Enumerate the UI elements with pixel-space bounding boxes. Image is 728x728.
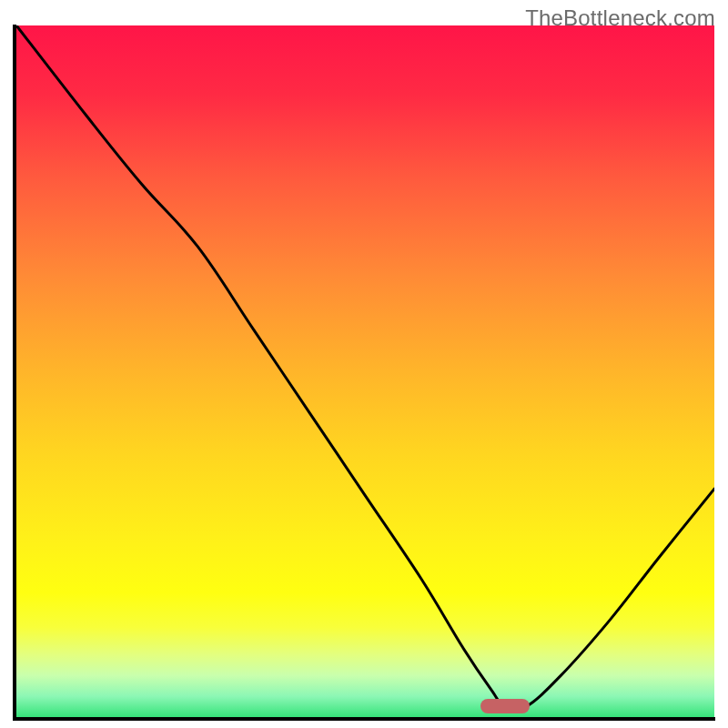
chart-container: TheBottleneck.com [0,0,728,728]
bottleneck-chart [16,25,714,717]
x-axis [13,717,715,721]
performance-curve [16,25,714,717]
watermark: TheBottleneck.com [525,5,715,31]
optimum-marker [480,699,530,713]
